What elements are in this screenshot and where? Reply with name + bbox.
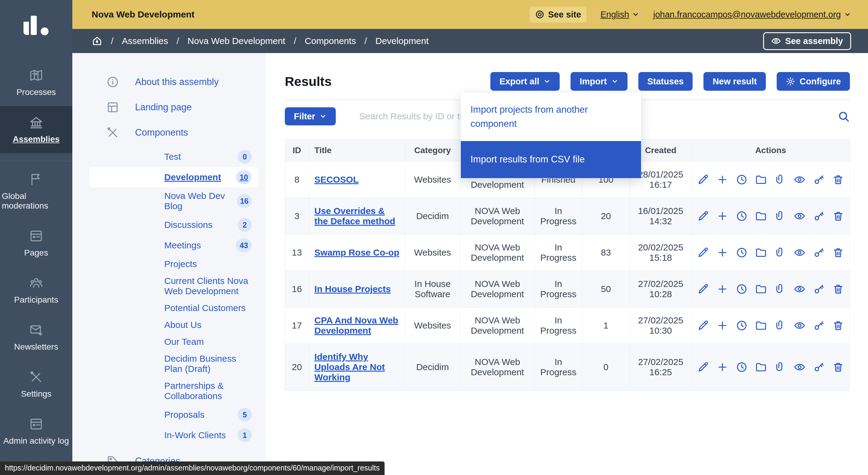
edit-icon[interactable] [697, 361, 709, 373]
edit-icon[interactable] [697, 319, 709, 331]
key-icon[interactable] [813, 210, 825, 222]
component-item[interactable]: Development 10 [89, 167, 258, 187]
column-header-category[interactable]: Category [405, 139, 460, 162]
folder-icon[interactable] [755, 173, 767, 186]
component-item[interactable]: Partnerships & Collaborations [89, 377, 258, 405]
subnav-components[interactable]: Components [72, 120, 265, 145]
component-item[interactable]: Nova Web Dev Blog 16 [89, 187, 258, 215]
component-item[interactable]: Discussions 2 [89, 215, 258, 235]
home-icon[interactable] [92, 36, 102, 46]
folder-icon[interactable] [755, 210, 767, 222]
see-assembly-button[interactable]: See assembly [763, 32, 851, 50]
component-item[interactable]: Proposals 5 [89, 405, 258, 425]
attachment-icon[interactable] [774, 283, 786, 295]
edit-icon[interactable] [697, 247, 709, 259]
configure-button[interactable]: Configure [777, 72, 850, 91]
component-item[interactable]: Our Team [89, 334, 258, 350]
result-title-link[interactable]: SECOSOL [314, 175, 359, 185]
sidebar-item-settings[interactable]: Settings [0, 361, 72, 408]
see-site-button[interactable]: See site [530, 7, 587, 23]
component-item[interactable]: Test 0 [89, 147, 258, 167]
column-header-id[interactable]: ID [285, 139, 309, 162]
component-item[interactable]: Projects [89, 256, 258, 273]
folder-icon[interactable] [755, 247, 767, 259]
sidebar-item-newsletters[interactable]: Newsletters [0, 314, 72, 361]
add-icon[interactable] [716, 247, 728, 259]
preview-icon[interactable] [794, 283, 806, 295]
attachment-icon[interactable] [774, 210, 786, 222]
result-title-link[interactable]: In House Projects [314, 284, 391, 294]
sidebar-item-admin-activity-log[interactable]: Admin activity log [0, 408, 72, 455]
column-header-title[interactable]: Title [309, 139, 405, 162]
breadcrumb-assembly-name[interactable]: Nova Web Development [187, 36, 285, 46]
key-icon[interactable] [813, 319, 825, 331]
clock-icon[interactable] [736, 319, 748, 331]
add-icon[interactable] [716, 361, 728, 373]
folder-icon[interactable] [755, 319, 767, 331]
export-all-button[interactable]: Export all [490, 72, 560, 91]
sidebar-item-assemblies[interactable]: Assemblies [0, 106, 72, 153]
component-item[interactable]: Current Clients Nova Web Development [89, 273, 258, 299]
new-result-button[interactable]: New result [704, 72, 766, 91]
import-projects-menu-item[interactable]: Import projects from another component [461, 93, 641, 141]
clock-icon[interactable] [736, 210, 748, 222]
search-button[interactable] [837, 110, 850, 123]
component-item[interactable]: Decidim Business Plan (Draft) [89, 350, 258, 377]
delete-icon[interactable] [832, 283, 844, 295]
preview-icon[interactable] [794, 173, 806, 186]
add-icon[interactable] [716, 173, 728, 186]
key-icon[interactable] [813, 361, 825, 373]
edit-icon[interactable] [697, 283, 709, 295]
attachment-icon[interactable] [774, 361, 786, 373]
preview-icon[interactable] [794, 319, 806, 331]
add-icon[interactable] [716, 319, 728, 331]
user-menu[interactable]: johan.francocampos@novawebdevelopment.or… [653, 10, 851, 20]
edit-icon[interactable] [697, 210, 709, 222]
breadcrumb-components[interactable]: Components [305, 36, 356, 46]
attachment-icon[interactable] [774, 247, 786, 259]
result-title-link[interactable]: CPA And Nova Web Development [314, 315, 398, 336]
key-icon[interactable] [813, 247, 825, 259]
language-selector[interactable]: English [600, 10, 639, 20]
import-button[interactable]: Import [570, 72, 627, 91]
breadcrumb-assemblies[interactable]: Assemblies [122, 36, 168, 46]
decidim-logo[interactable] [0, 0, 72, 59]
clock-icon[interactable] [736, 247, 748, 259]
delete-icon[interactable] [832, 210, 844, 222]
sidebar-item-pages[interactable]: Pages [0, 220, 72, 267]
breadcrumb-current[interactable]: Development [375, 36, 429, 46]
subnav-about-assembly[interactable]: About this assembly [72, 69, 265, 95]
component-item[interactable]: Potential Customers [89, 299, 258, 316]
folder-icon[interactable] [755, 361, 767, 373]
key-icon[interactable] [813, 283, 825, 295]
preview-icon[interactable] [794, 247, 806, 259]
add-icon[interactable] [716, 210, 728, 222]
subnav-landing-page[interactable]: Landing page [72, 95, 265, 120]
component-item[interactable]: About Us [89, 316, 258, 334]
edit-icon[interactable] [697, 173, 709, 186]
delete-icon[interactable] [832, 361, 844, 373]
clock-icon[interactable] [736, 361, 748, 373]
attachment-icon[interactable] [774, 319, 786, 331]
key-icon[interactable] [813, 173, 825, 186]
delete-icon[interactable] [832, 173, 844, 186]
result-title-link[interactable]: Swamp Rose Co-op [314, 248, 399, 257]
attachment-icon[interactable] [774, 173, 786, 186]
clock-icon[interactable] [736, 173, 748, 186]
sidebar-item-global-moderations[interactable]: Global moderations [0, 163, 72, 220]
sidebar-item-participants[interactable]: Participants [0, 267, 72, 314]
result-title-link[interactable]: Identify Why Uploads Are Not Working [314, 352, 385, 382]
component-item[interactable]: In-Work Clients 1 [89, 425, 258, 445]
result-title-link[interactable]: Use Overrides & the Deface method [314, 206, 395, 226]
preview-icon[interactable] [794, 361, 806, 373]
delete-icon[interactable] [832, 247, 844, 259]
folder-icon[interactable] [755, 283, 767, 295]
filter-button[interactable]: Filter [285, 107, 336, 125]
import-csv-menu-item[interactable]: Import results from CSV file [461, 141, 641, 178]
statuses-button[interactable]: Statuses [638, 72, 693, 91]
clock-icon[interactable] [736, 283, 748, 295]
preview-icon[interactable] [794, 210, 806, 222]
delete-icon[interactable] [832, 319, 844, 331]
sidebar-item-processes[interactable]: Processes [0, 59, 72, 106]
component-item[interactable]: Meetings 43 [89, 235, 258, 256]
